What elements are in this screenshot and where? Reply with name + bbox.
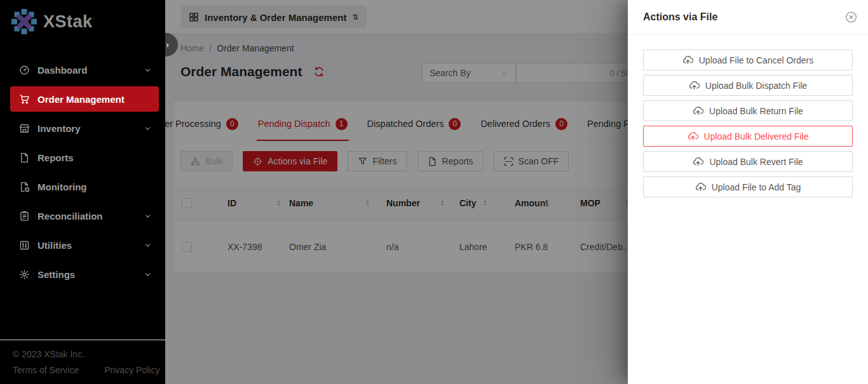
upload-bulk-delivered-file-button[interactable]: Upload Bulk Delivered File <box>643 126 853 147</box>
cloud-upload-icon <box>693 105 703 116</box>
upload-button-label: Upload Bulk Return File <box>709 106 803 116</box>
trademark-mark: ʿ <box>93 18 95 25</box>
dashboard-icon <box>19 65 31 76</box>
upload-bulk-dispatch-file-button[interactable]: Upload Bulk Dispatch File <box>643 75 853 96</box>
sidebar-item-inventory[interactable]: Inventory <box>10 116 159 141</box>
sidebar-menu: Dashboard Order Management Inventory <box>0 57 165 287</box>
chevron-down-icon <box>144 271 151 278</box>
sidebar-item-utilities[interactable]: Utilities <box>10 232 159 258</box>
upload-file-to-add-tag-button[interactable]: Upload File to Add Tag <box>643 176 853 197</box>
sidebar-item-label: Reconciliation <box>37 211 144 222</box>
sidebar-item-settings[interactable]: Settings <box>10 262 159 287</box>
sidebar: XStakʿ Dashboard Order Management <box>0 0 165 384</box>
actions-via-file-drawer: Actions via File Upload File to Cancel O… <box>628 0 868 384</box>
cloud-upload-icon <box>688 131 698 142</box>
chevron-down-icon <box>144 67 151 74</box>
sidebar-item-label: Dashboard <box>37 65 144 76</box>
gear-icon <box>19 269 31 280</box>
xstak-logo-icon <box>10 8 38 36</box>
file-icon <box>19 152 31 163</box>
sidebar-item-label: Settings <box>37 269 144 280</box>
chevron-down-icon <box>144 213 151 220</box>
sidebar-item-label: Monitoring <box>37 182 151 192</box>
terms-of-service-link[interactable]: Terms of Service <box>13 365 79 375</box>
sidebar-item-dashboard[interactable]: Dashboard <box>10 57 159 83</box>
sidebar-item-label: Inventory <box>37 123 144 134</box>
sidebar-footer: © 2023 XStak Inc. Terms of Service Priva… <box>0 340 165 384</box>
brand-logo: XStakʿ <box>0 0 165 36</box>
privacy-policy-link[interactable]: Privacy Policy <box>104 365 159 375</box>
sidebar-item-order-management[interactable]: Order Management <box>10 86 159 112</box>
upload-button-label: Upload File to Cancel Orders <box>699 55 814 65</box>
clipboard-icon <box>19 211 31 222</box>
cloud-upload-icon <box>693 156 703 167</box>
chevron-down-icon <box>144 242 151 249</box>
copyright-text: © 2023 XStak Inc. <box>13 349 165 359</box>
upload-bulk-return-file-button[interactable]: Upload Bulk Return File <box>643 100 853 121</box>
sidebar-item-reconciliation[interactable]: Reconciliation <box>10 203 159 228</box>
sidebar-item-label: Utilities <box>37 240 144 251</box>
upload-bulk-revert-file-button[interactable]: Upload Bulk Revert File <box>643 151 853 172</box>
sliders-icon <box>19 240 31 251</box>
drawer-body: Upload File to Cancel Orders Upload Bulk… <box>628 35 868 216</box>
sidebar-item-reports[interactable]: Reports <box>10 145 159 170</box>
chevron-down-icon <box>144 125 151 132</box>
shop-icon <box>19 123 31 134</box>
brand-name: XStakʿ <box>43 12 95 32</box>
sidebar-item-monitoring[interactable]: Monitoring <box>10 174 159 199</box>
upload-button-label: Upload Bulk Dispatch File <box>705 81 807 91</box>
upload-button-label: Upload Bulk Revert File <box>709 157 803 167</box>
close-circle-icon[interactable] <box>843 9 860 26</box>
app-window: XStakʿ Dashboard Order Management <box>0 0 868 384</box>
upload-button-label: Upload Bulk Delivered File <box>704 131 809 142</box>
sidebar-item-label: Order Management <box>37 94 151 105</box>
upload-file-to-cancel-orders-button[interactable]: Upload File to Cancel Orders <box>643 50 853 70</box>
cloud-upload-icon <box>682 55 693 65</box>
file-monitor-icon <box>19 182 31 192</box>
drawer-title: Actions via File <box>643 11 717 23</box>
sidebar-item-label: Reports <box>37 152 151 163</box>
cloud-upload-icon <box>695 182 706 192</box>
cart-icon <box>19 94 31 105</box>
cloud-upload-icon <box>689 80 700 91</box>
upload-button-label: Upload File to Add Tag <box>712 182 801 192</box>
